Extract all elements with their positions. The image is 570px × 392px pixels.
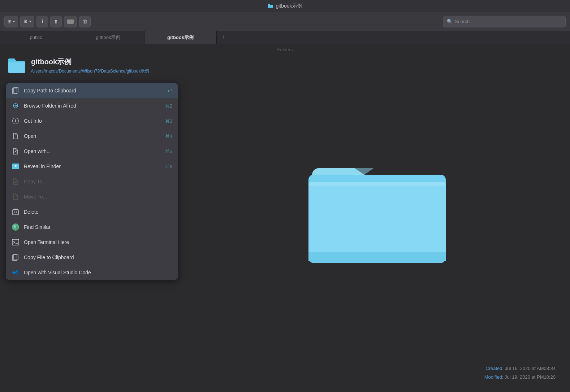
open-terminal-icon (12, 238, 20, 246)
svg-rect-5 (12, 239, 19, 245)
open-with-icon (12, 147, 20, 155)
info-button[interactable]: ℹ (36, 16, 48, 27)
copy-file-label: Copy File to Clipboard (24, 254, 172, 260)
created-label: Created: (485, 366, 504, 371)
tab-gitbook-2[interactable]: gitbook示例 (144, 31, 217, 44)
browse-folder-icon (12, 102, 20, 110)
menu-item-get-info[interactable]: i Get Info ⌘3 (6, 113, 178, 129)
svg-rect-3 (13, 210, 18, 215)
delete-label: Delete (24, 209, 172, 215)
share-icon: ⬆ (54, 19, 58, 25)
menu-item-copy-file[interactable]: Copy File to Clipboard (6, 250, 178, 265)
tab-gitbook-1-label: gitbook示例 (96, 34, 121, 41)
title-folder-icon (268, 4, 273, 8)
folder-preview (301, 146, 453, 269)
created-value: Jul 16, 2020 at AM08:34 (505, 366, 556, 371)
main-content: Folders gitbook示例 /Users/macos/Documents… (0, 44, 570, 392)
modified-row: Modified: Jul 19, 2020 at PM10:20 (484, 373, 556, 381)
tag-button[interactable] (64, 16, 77, 27)
menu-item-reveal-finder[interactable]: F Reveal in Finder ⌘6 (6, 159, 178, 174)
grid-icon: ⊞ (8, 19, 12, 24)
tab-gitbook-2-label: gitbook示例 (167, 34, 194, 41)
svg-rect-11 (308, 182, 446, 186)
move-to-shortcut: ⌘8 (165, 194, 172, 200)
title-bar: gitbook示例 (0, 0, 570, 12)
tab-gitbook-1[interactable]: gitbook示例 (72, 31, 144, 44)
folder-path: /Users/macos/Documents/Wilson79/DataScie… (31, 68, 149, 74)
search-icon: 🔍 (447, 19, 453, 24)
reveal-finder-label: Reveal in Finder (24, 164, 161, 169)
open-label: Open (24, 133, 161, 139)
find-similar-label: Find Similar (24, 224, 172, 230)
copy-to-label: Copy To... (24, 179, 161, 184)
settings-dropdown-icon: ▾ (29, 19, 31, 23)
folder-name: gitbook示例 (31, 57, 149, 67)
menu-item-browse-folder[interactable]: Browse Folder in Alfred ⌘2 (6, 98, 178, 113)
menu-item-copy-path[interactable]: Copy Path to Clipboard ↵ (6, 83, 178, 98)
tab-add-button[interactable]: + (217, 31, 230, 44)
copy-file-icon (12, 253, 20, 261)
tab-bar: public gitbook示例 gitbook示例 + (0, 31, 570, 44)
menu-item-copy-to[interactable]: Copy To... ⌘7 (6, 174, 178, 189)
delete-button[interactable]: 🗑 (79, 16, 91, 27)
open-terminal-label: Open Terminal Here (24, 239, 172, 245)
delete-icon (12, 208, 20, 216)
menu-item-open[interactable]: Open ⌘4 (6, 129, 178, 144)
open-vscode-label: Open with Visual Studio Code (24, 270, 172, 275)
right-panel: Created: Jul 16, 2020 at AM08:34 Modifie… (184, 44, 570, 392)
tag-icon (67, 19, 74, 24)
copy-path-icon (12, 87, 20, 95)
tab-public[interactable]: public (0, 31, 72, 44)
get-info-icon: i (12, 117, 20, 125)
grid-view-button[interactable]: ⊞ ▾ (4, 16, 18, 27)
copy-to-shortcut: ⌘7 (165, 179, 172, 184)
reveal-finder-icon: F (12, 162, 20, 170)
copy-path-label: Copy Path to Clipboard (24, 88, 163, 93)
enter-icon: ↵ (168, 87, 172, 94)
toolbar: ⊞ ▾ ⚙ ▾ ℹ ⬆ 🗑 🔍 (0, 12, 570, 31)
created-row: Created: Jul 16, 2020 at AM08:34 (484, 364, 556, 373)
grid-dropdown-icon: ▾ (13, 19, 15, 23)
info-icon: ℹ (42, 19, 43, 24)
modified-label: Modified: (484, 374, 504, 380)
move-to-label: Move To... (24, 194, 161, 200)
open-with-shortcut: ⌘5 (165, 149, 172, 154)
open-shortcut: ⌘4 (165, 134, 172, 139)
menu-item-find-similar[interactable]: 🔍 Find Similar (6, 219, 178, 235)
menu-item-move-to[interactable]: Move To... ⌘8 (6, 189, 178, 204)
search-box[interactable]: 🔍 (443, 16, 566, 27)
menu-item-open-with[interactable]: Open with... ⌘5 (6, 144, 178, 159)
folder-header: gitbook示例 /Users/macos/Documents/Wilson7… (0, 50, 184, 79)
get-info-label: Get Info (24, 118, 161, 124)
copy-to-icon (12, 178, 20, 186)
title-bar-content: gitbook示例 (268, 3, 302, 9)
trash-icon: 🗑 (83, 19, 87, 24)
search-input[interactable] (455, 19, 562, 24)
open-icon (12, 132, 20, 140)
svg-rect-9 (308, 182, 446, 261)
browse-folder-shortcut: ⌘2 (165, 103, 172, 109)
share-button[interactable]: ⬆ (50, 16, 62, 27)
menu-item-open-terminal[interactable]: Open Terminal Here (6, 235, 178, 250)
gear-icon: ⚙ (23, 19, 28, 24)
title-text: gitbook示例 (276, 3, 302, 9)
context-menu: Copy Path to Clipboard ↵ Browse Folder i… (6, 83, 178, 280)
find-similar-icon: 🔍 (12, 223, 20, 231)
settings-button[interactable]: ⚙ ▾ (20, 16, 34, 27)
browse-folder-label: Browse Folder in Alfred (24, 103, 161, 109)
tab-public-label: public (30, 35, 42, 40)
folder-info: gitbook示例 /Users/macos/Documents/Wilson7… (31, 57, 149, 74)
get-info-shortcut: ⌘3 (165, 118, 172, 124)
menu-item-open-vscode[interactable]: Open with Visual Studio Code (6, 265, 178, 280)
folder-icon-large (7, 58, 26, 74)
file-info: Created: Jul 16, 2020 at AM08:34 Modifie… (484, 364, 556, 381)
menu-item-delete[interactable]: Delete (6, 204, 178, 219)
reveal-finder-shortcut: ⌘6 (165, 164, 172, 169)
open-vscode-icon (12, 269, 20, 276)
open-with-label: Open with... (24, 148, 161, 154)
modified-value: Jul 19, 2020 at PM10:20 (505, 374, 556, 380)
move-to-icon (12, 193, 20, 201)
left-panel: Folders gitbook示例 /Users/macos/Documents… (0, 44, 184, 392)
